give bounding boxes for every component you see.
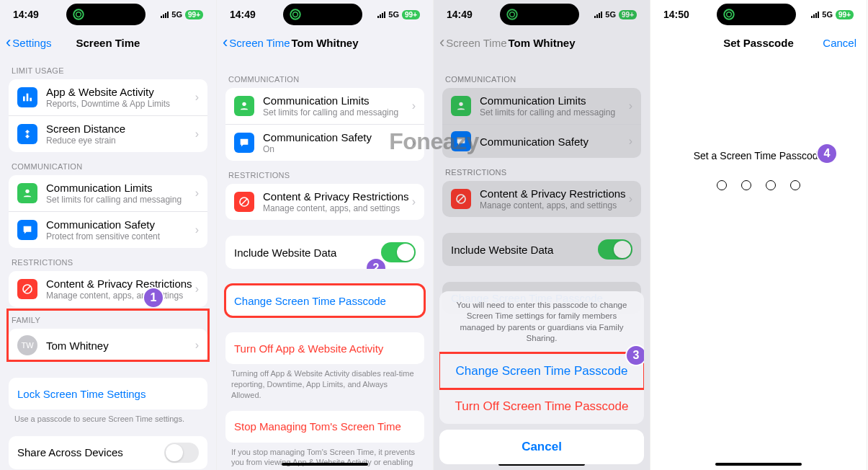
row-comm-safety[interactable]: Communication SafetyProtect from sensiti… [9, 211, 207, 248]
row-website-data[interactable]: Include Website Data [225, 236, 424, 269]
svg-rect-2 [23, 97, 25, 102]
chevron-right-icon: › [412, 136, 416, 149]
avatar: TW [17, 335, 37, 355]
link-label: Lock Screen Time Settings [17, 388, 146, 400]
network-label: 5G [388, 10, 399, 19]
row-content-privacy[interactable]: Content & Privacy RestrictionsManage con… [9, 271, 207, 307]
chevron-left-icon: ‹ [223, 35, 228, 50]
battery-badge: 99+ [185, 10, 203, 19]
row-comm-limits[interactable]: Communication LimitsSet limits for calli… [9, 175, 207, 211]
nav-bar: Set Passcode Cancel [650, 29, 867, 56]
row-stop-managing[interactable]: Stop Managing Tom's Screen Time [225, 411, 424, 443]
action-sheet: You will need to enter this passcode to … [439, 291, 644, 424]
cancel-button[interactable]: Cancel [823, 37, 856, 49]
status-bar: 14:50 5G 99+ [650, 0, 867, 29]
sheet-cancel-button[interactable]: Cancel [439, 430, 644, 464]
row-title: Communication Safety [263, 131, 412, 143]
status-right: 5G 99+ [161, 10, 203, 19]
svg-point-8 [290, 9, 300, 19]
nav-bar: ‹Settings Screen Time [0, 29, 216, 56]
row-turnoff-activity[interactable]: Turn Off App & Website Activity [225, 332, 424, 364]
status-bar: 14:49 5G 99+ [217, 0, 433, 29]
back-label: Screen Time [229, 37, 290, 49]
row-content-privacy[interactable]: Content & Privacy RestrictionsManage con… [225, 184, 424, 220]
svg-point-0 [73, 9, 84, 19]
row-comm-safety[interactable]: Communication SafetyOn › [225, 124, 424, 161]
status-bar: 14:49 5G 99+ [0, 0, 216, 29]
row-sub: Manage content, apps, and settings [263, 203, 412, 213]
battery-badge: 99+ [836, 10, 854, 19]
home-indicator [715, 463, 802, 466]
dynamic-island [283, 4, 362, 25]
status-time: 14:50 [663, 9, 701, 20]
battery-badge: 99+ [402, 10, 420, 19]
footer-lock: Use a passcode to secure Screen Time set… [0, 409, 216, 425]
row-sub: Manage content, apps, and settings [46, 291, 195, 301]
person-icon [234, 96, 254, 116]
section-header-family: FAMILY [0, 307, 216, 329]
row-lock-settings[interactable]: Lock Screen Time Settings [9, 378, 207, 409]
sheet-turnoff-button[interactable]: Turn Off Screen Time Passcode [439, 389, 644, 424]
status-right: 5G 99+ [377, 10, 420, 19]
section-header-comm: COMMUNICATION [217, 56, 433, 88]
svg-point-19 [726, 12, 731, 17]
danger-label: Stop Managing Tom's Screen Time [234, 420, 401, 433]
share-toggle[interactable] [164, 443, 199, 463]
status-right: 5G 99+ [811, 10, 854, 19]
section-header-restr: RESTRICTIONS [0, 248, 216, 271]
back-button[interactable]: ‹Screen Time [223, 35, 290, 50]
back-button[interactable]: ‹Settings [6, 35, 52, 50]
group-family: TW Tom Whitney › [9, 329, 207, 362]
chevron-right-icon: › [195, 339, 199, 352]
row-sub: On [263, 144, 412, 154]
row-sub: Protect from sensitive content [46, 231, 195, 241]
svg-point-18 [724, 9, 734, 19]
step-badge-1: 1 [143, 287, 164, 307]
svg-point-5 [25, 190, 29, 193]
passcode-dot [741, 180, 751, 190]
webdata-toggle[interactable] [381, 242, 416, 262]
row-title: Communication Safety [46, 218, 195, 231]
chevron-right-icon: › [195, 283, 199, 296]
passcode-dot [766, 180, 776, 190]
network-label: 5G [171, 10, 182, 19]
dynamic-island [66, 4, 146, 25]
link-label: Change Screen Time Passcode [234, 295, 386, 307]
no-entry-icon [234, 192, 254, 212]
row-change-passcode[interactable]: Change Screen Time Passcode [225, 285, 424, 316]
row-screen-distance[interactable]: Screen DistanceReduce eye strain › [9, 115, 207, 152]
action-sheet-backdrop: You will need to enter this passcode to … [434, 0, 650, 470]
person-icon [17, 183, 37, 203]
back-label: Settings [12, 37, 51, 49]
section-header-limit: LIMIT USAGE [0, 56, 216, 79]
section-header-restr: RESTRICTIONS [217, 161, 433, 184]
row-comm-limits[interactable]: Communication LimitsSet limits for calli… [225, 88, 424, 124]
screen-3: 14:49 5G 99+ ‹Screen Time Tom Whitney CO… [434, 0, 650, 470]
step-badge-4: 4 [816, 143, 838, 164]
row-title: Communication Limits [263, 94, 412, 107]
row-app-activity[interactable]: App & Website ActivityReports, Downtime … [9, 79, 207, 115]
passcode-dot [717, 180, 727, 190]
group-turnoff: Turn Off App & Website Activity [225, 332, 424, 364]
signal-bars-icon [161, 11, 169, 18]
distance-icon [17, 124, 37, 144]
passcode-dots [650, 180, 867, 190]
bubble-icon [17, 220, 37, 240]
chevron-right-icon: › [195, 128, 199, 141]
row-share-devices[interactable]: Share Across Devices [9, 436, 207, 469]
row-sub: Reduce eye strain [46, 136, 195, 146]
svg-rect-4 [30, 98, 32, 102]
chevron-right-icon: › [412, 195, 416, 208]
group-limit: App & Website ActivityReports, Downtime … [9, 79, 207, 152]
nav-bar: ‹Screen Time Tom Whitney [217, 29, 433, 56]
dynamic-island [717, 4, 796, 25]
row-family-member[interactable]: TW Tom Whitney › [9, 329, 207, 362]
home-indicator [282, 463, 368, 466]
step-badge-3: 3 [625, 345, 644, 366]
sheet-change-button[interactable]: Change Screen Time Passcode [439, 353, 644, 389]
row-title: Share Across Devices [17, 446, 164, 458]
chevron-left-icon: ‹ [6, 35, 11, 50]
row-title: Include Website Data [234, 247, 381, 259]
group-comm: Communication LimitsSet limits for calli… [225, 88, 424, 161]
screen-4: 14:50 5G 99+ Set Passcode Cancel Set a S… [650, 0, 867, 470]
